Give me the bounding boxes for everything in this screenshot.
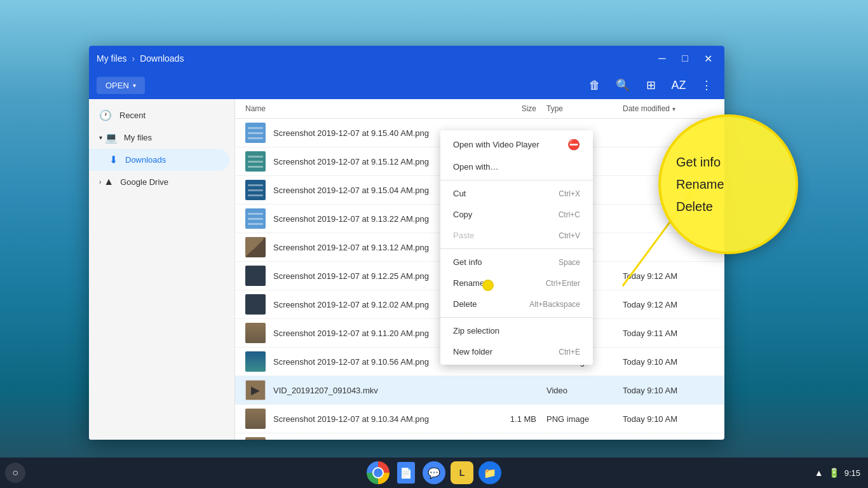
file-thumbnail (245, 237, 266, 257)
clock-icon: 🕐 (99, 109, 112, 121)
file-type: PNG image (536, 414, 613, 424)
luma-icon: L (459, 468, 465, 478)
file-thumbnail (245, 151, 266, 172)
file-thumbnail (245, 323, 266, 343)
sidebar-expand-googledrive[interactable]: › ▲ Google Drive (89, 171, 234, 193)
sidebar-downloads-label: Downloads (125, 155, 166, 165)
file-row-selected[interactable]: ▶ VID_20191207_091043.mkv Video Today 9:… (235, 376, 724, 405)
sidebar-recent-label: Recent (119, 111, 146, 120)
battery-icon: 🔋 (829, 468, 839, 478)
file-date: Today 9:11 AM (613, 329, 714, 338)
ctx-open-with-label: Open with… (453, 162, 499, 172)
toolbar-right: 🗑 🔍 ⊞ AZ ⋮ (585, 75, 717, 95)
ctx-zip[interactable]: Zip selection (440, 320, 593, 341)
files-icon: 📁 (484, 467, 496, 479)
ctx-open-video-label: Open with Video Player (453, 140, 539, 149)
ctx-cut-label: Cut (453, 189, 466, 198)
ctx-get-info-shortcut: Space (559, 258, 580, 267)
file-date: Today 9:12 AM (613, 271, 714, 281)
ctx-divider-3 (440, 317, 593, 318)
maximize-button[interactable]: □ (676, 50, 694, 67)
file-row[interactable]: Screenshot 2019-12-07 at 9.10.17 AM.png … (235, 433, 724, 440)
launcher-button[interactable]: ○ (5, 463, 25, 483)
file-name: Screenshot 2019-12-07 at 9.10.34 AM.png (273, 414, 479, 424)
column-size[interactable]: Size (479, 104, 536, 113)
sidebar-gdrive-label: Google Drive (120, 177, 168, 187)
ctx-get-info[interactable]: Get info Space (440, 252, 593, 273)
ctx-open-video[interactable]: Open with Video Player ⛔ (440, 133, 593, 156)
sidebar-myfiles-label: My files (124, 133, 152, 142)
file-size: 1.1 MB (479, 414, 536, 424)
context-menu: Open with Video Player ⛔ Open with… Cut … (440, 130, 593, 365)
video-icon: ⛔ (567, 139, 580, 151)
taskbar-left: ○ (0, 463, 25, 483)
file-date: Today 9:10 AM (613, 357, 714, 367)
taskbar-luma[interactable]: L (449, 460, 475, 485)
sidebar-item-downloads[interactable]: ⬇ Downloads (89, 149, 229, 171)
file-thumbnail (245, 294, 266, 315)
ctx-delete[interactable]: Delete Alt+Backspace (440, 294, 593, 315)
main-content: 🕐 Recent ▾ 💻 My files ⬇ Downloads › ▲ Go… (89, 99, 724, 440)
toolbar: OPEN ▾ 🗑 🔍 ⊞ AZ ⋮ (89, 71, 724, 99)
callout-get-info: Get info (676, 151, 780, 173)
ctx-delete-label: Delete (453, 299, 477, 309)
taskbar-apps: 📄 💬 L 📁 (365, 460, 503, 485)
column-type[interactable]: Type (536, 104, 613, 113)
breadcrumb-separator: › (132, 53, 135, 64)
file-manager-window: My files › Downloads ─ □ ✕ OPEN ▾ 🗑 (89, 46, 724, 440)
file-row[interactable]: Screenshot 2019-12-07 at 9.10.34 AM.png … (235, 405, 724, 433)
taskbar-files[interactable]: 📁 (477, 460, 503, 485)
title-bar-controls: ─ □ ✕ (653, 50, 717, 67)
download-icon: ⬇ (109, 154, 118, 166)
sort-label: AZ (671, 79, 686, 92)
sort-arrow-icon: ▾ (672, 105, 675, 112)
taskbar-docs[interactable]: 📄 (393, 460, 419, 485)
time-display: 9:15 (844, 468, 860, 478)
file-date: Today 9:12 AM (613, 300, 714, 309)
ctx-paste-shortcut: Ctrl+V (559, 231, 580, 240)
file-date: Today 9:10 AM (613, 414, 714, 424)
file-thumbnail (245, 123, 266, 143)
ctx-open-with[interactable]: Open with… (440, 156, 593, 177)
computer-icon: 💻 (105, 132, 118, 144)
breadcrumb-root[interactable]: My files (97, 53, 126, 64)
ctx-delete-shortcut: Alt+Backspace (529, 300, 580, 309)
file-list-header: Name Size Type Date modified ▾ (235, 99, 724, 119)
sort-button[interactable]: AZ (668, 75, 689, 95)
chevron-right-icon: › (99, 179, 101, 186)
file-thumbnail (245, 409, 266, 429)
toolbar-left: OPEN ▾ (97, 77, 145, 94)
search-button[interactable]: 🔍 (613, 75, 633, 95)
callout-circle: Get info Rename Delete (658, 114, 798, 254)
ctx-rename[interactable]: Rename Ctrl+Enter (440, 273, 593, 294)
open-button-label: OPEN (105, 81, 129, 90)
taskbar-chrome[interactable] (365, 460, 391, 485)
file-thumbnail (245, 208, 266, 229)
file-thumbnail (245, 351, 266, 372)
open-button[interactable]: OPEN ▾ (97, 77, 145, 94)
file-thumbnail (245, 266, 266, 286)
ctx-copy-label: Copy (453, 210, 472, 219)
ctx-zip-label: Zip selection (453, 326, 499, 336)
more-options-button[interactable]: ⋮ (696, 75, 717, 95)
drive-icon: ▲ (104, 176, 114, 187)
ctx-cut[interactable]: Cut Ctrl+X (440, 183, 593, 204)
minimize-button[interactable]: ─ (653, 50, 671, 67)
delete-button[interactable]: 🗑 (585, 75, 605, 95)
ctx-new-folder[interactable]: New folder Ctrl+E (440, 341, 593, 362)
column-name[interactable]: Name (245, 104, 479, 113)
breadcrumb-current[interactable]: Downloads (140, 53, 184, 64)
sidebar-expand-myfiles[interactable]: ▾ 💻 My files (89, 126, 234, 149)
taskbar-messages[interactable]: 💬 (421, 460, 447, 485)
ctx-copy[interactable]: Copy Ctrl+C (440, 204, 593, 225)
close-button[interactable]: ✕ (699, 50, 717, 67)
grid-view-button[interactable]: ⊞ (641, 75, 661, 95)
open-dropdown-arrow: ▾ (133, 82, 136, 89)
file-type: Video (536, 386, 613, 395)
launcher-icon: ○ (12, 467, 18, 478)
column-date[interactable]: Date modified ▾ (613, 104, 714, 113)
sidebar-item-recent[interactable]: 🕐 Recent (89, 104, 229, 126)
ctx-divider-2 (440, 248, 593, 249)
title-bar: My files › Downloads ─ □ ✕ (89, 46, 724, 71)
file-thumbnail (245, 437, 266, 440)
